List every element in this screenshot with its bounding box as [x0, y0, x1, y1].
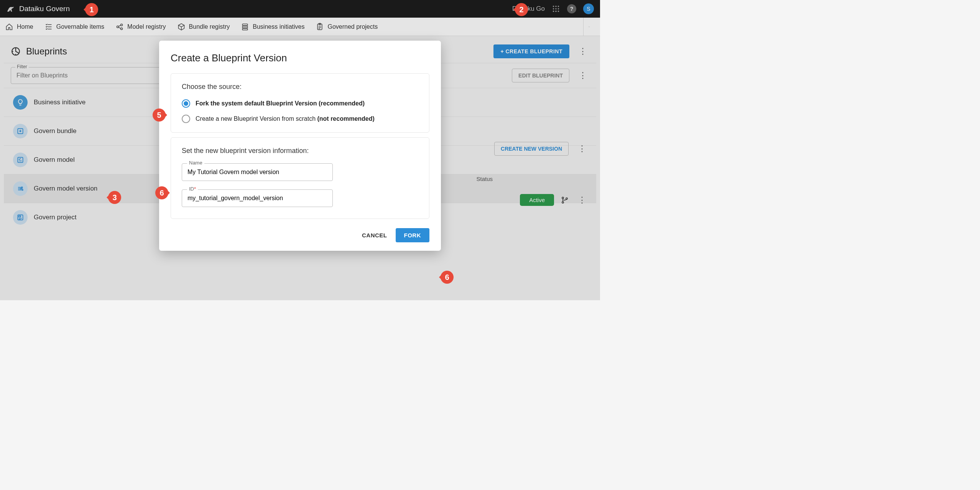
fork-button[interactable]: FORK	[396, 228, 430, 242]
svg-point-25	[562, 197, 564, 199]
download-box-icon	[13, 124, 28, 138]
project-box-icon	[13, 210, 28, 225]
nav-label: Model registry	[127, 23, 166, 30]
modal-title: Create a Blueprint Version	[171, 52, 429, 64]
topbar: Dataiku Govern Dataiku Go ? S	[0, 0, 600, 18]
nav-label: Business initiatives	[253, 23, 304, 30]
radio-fork-bold: (recommended)	[319, 100, 365, 107]
name-field: Name	[182, 163, 418, 181]
blueprint-name: Govern bundle	[34, 127, 77, 135]
cancel-button[interactable]: CANCEL	[362, 232, 387, 238]
checklist-icon	[45, 23, 53, 31]
svg-point-26	[562, 201, 564, 203]
id-label: ID	[189, 186, 194, 192]
svg-point-10	[121, 24, 123, 26]
id-input[interactable]	[182, 189, 333, 207]
nav-label: Bundle registry	[189, 23, 230, 30]
blueprint-name: Govern model version	[34, 185, 97, 192]
svg-point-3	[553, 8, 554, 10]
version-kebab-icon[interactable]: ⋮	[576, 144, 589, 154]
logo-group: Dataiku Govern	[6, 5, 70, 13]
header-kebab-icon[interactable]: ⋮	[576, 46, 589, 56]
branch-icon[interactable]	[561, 196, 569, 204]
radio-fork-option[interactable]: Fork the system default Blueprint Versio…	[182, 99, 418, 108]
apps-grid-icon[interactable]	[552, 5, 560, 13]
navbar: Home Governable items Model registry Bun…	[0, 18, 600, 36]
filter-label: Filter	[15, 64, 29, 69]
svg-rect-12	[243, 24, 248, 25]
info-section-title: Set the new blueprint version informatio…	[182, 147, 418, 155]
blueprint-section-icon	[11, 46, 21, 56]
svg-point-22	[22, 189, 23, 191]
modal-footer: CANCEL FORK	[171, 228, 429, 242]
name-label: Name	[187, 160, 204, 166]
nav-business-initiatives[interactable]: Business initiatives	[241, 23, 304, 31]
svg-point-2	[558, 6, 559, 7]
header-actions: + CREATE BLUEPRINT ⋮	[493, 44, 589, 58]
help-icon[interactable]: ?	[567, 4, 576, 13]
nav-bundle-registry[interactable]: Bundle registry	[178, 23, 230, 31]
id-field: ID*	[182, 189, 418, 207]
nav-governable[interactable]: Governable items	[45, 23, 104, 31]
svg-point-27	[566, 197, 567, 199]
source-section-title: Choose the source:	[182, 83, 418, 91]
blueprint-name: Govern project	[34, 214, 77, 221]
blueprint-name: Govern model	[34, 156, 75, 164]
radio-checked-icon	[182, 99, 190, 108]
edit-blueprint-button[interactable]: EDIT BLUEPRINT	[512, 69, 569, 82]
create-new-version-button[interactable]: CREATE NEW VERSION	[494, 142, 569, 156]
radio-scratch-text: Create a new Blueprint Version from scra…	[196, 115, 317, 122]
clipboard-icon	[316, 23, 324, 31]
filter-actions: EDIT BLUEPRINT ⋮	[512, 69, 589, 82]
name-input[interactable]	[182, 163, 333, 181]
svg-rect-19	[18, 157, 23, 162]
status-kebab-icon[interactable]: ⋮	[576, 195, 589, 205]
svg-point-0	[553, 6, 554, 7]
home-icon	[5, 23, 13, 31]
stack-icon	[241, 23, 249, 31]
nav-home[interactable]: Home	[5, 23, 33, 31]
svg-point-5	[558, 8, 559, 10]
tenant-name[interactable]: Dataiku Go	[512, 5, 545, 13]
topbar-right: Dataiku Go ? S	[512, 3, 594, 14]
blueprint-name: Business initiative	[34, 99, 86, 106]
checklist-box-icon	[13, 153, 28, 167]
status-row: Active ⋮	[520, 194, 589, 206]
radio-fork-text: Fork the system default Blueprint Versio…	[196, 100, 319, 107]
svg-point-9	[117, 26, 119, 28]
svg-point-6	[553, 11, 554, 12]
user-avatar[interactable]: S	[583, 3, 594, 14]
source-section: Choose the source: Fork the system defau…	[171, 73, 429, 133]
svg-point-1	[555, 6, 557, 7]
nav-expand[interactable]	[583, 18, 595, 36]
callout-6b: 6	[441, 271, 454, 284]
svg-point-11	[121, 28, 123, 30]
create-blueprint-version-modal: Create a Blueprint Version Choose the so…	[159, 41, 441, 251]
share-nodes-icon	[116, 23, 123, 31]
nav-label: Home	[17, 23, 33, 30]
svg-rect-13	[243, 26, 248, 28]
nav-governed-projects[interactable]: Governed projects	[316, 23, 378, 31]
status-header: Status	[476, 176, 493, 182]
bulb-icon	[13, 95, 28, 110]
bird-logo-icon	[6, 5, 15, 13]
nav-label: Governable items	[56, 23, 104, 30]
svg-rect-14	[243, 28, 248, 30]
nav-model-registry[interactable]: Model registry	[116, 23, 166, 31]
radio-unchecked-icon	[182, 115, 190, 123]
svg-point-7	[555, 11, 557, 12]
title-group: Blueprints	[11, 46, 67, 57]
svg-rect-24	[19, 216, 21, 217]
cube-icon	[178, 23, 185, 31]
sliders-icon	[13, 181, 28, 196]
radio-scratch-bold: (not recommended)	[317, 115, 374, 122]
info-section: Set the new blueprint version informatio…	[171, 137, 429, 219]
create-blueprint-button[interactable]: + CREATE BLUEPRINT	[493, 44, 569, 58]
svg-point-4	[555, 8, 557, 10]
chevron-down-icon	[588, 23, 590, 30]
radio-scratch-option[interactable]: Create a new Blueprint Version from scra…	[182, 115, 418, 123]
filter-kebab-icon[interactable]: ⋮	[576, 71, 589, 81]
status-badge: Active	[520, 194, 554, 206]
create-version-row: CREATE NEW VERSION ⋮	[494, 142, 589, 156]
app-title: Dataiku Govern	[19, 5, 70, 13]
